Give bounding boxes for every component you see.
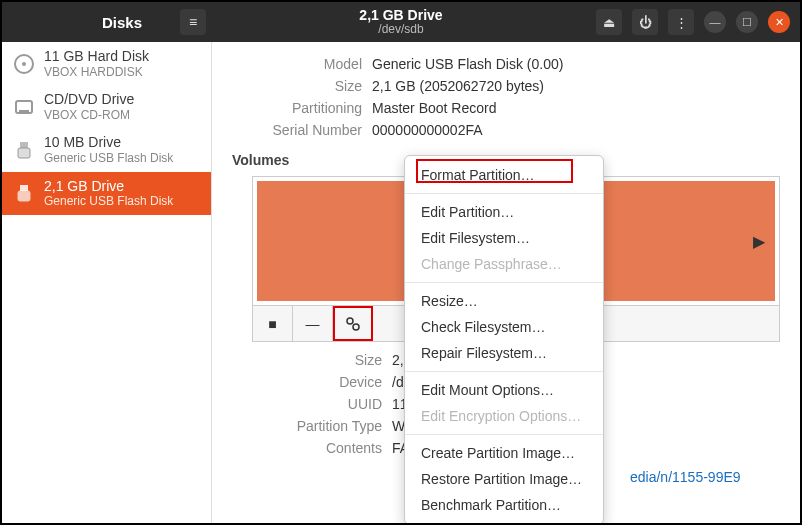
app-name: Disks (102, 14, 142, 31)
menu-benchmark-partition[interactable]: Benchmark Partition… (405, 492, 603, 518)
menu-edit-filesystem[interactable]: Edit Filesystem… (405, 225, 603, 251)
sidebar-drive-usb-small[interactable]: 10 MB Drive Generic USB Flash Disk (2, 128, 211, 171)
label: UUID (252, 396, 382, 412)
kebab-icon: ⋮ (675, 15, 688, 30)
svg-rect-3 (19, 110, 29, 112)
gear-icon (344, 315, 362, 333)
titlebar: Disks ≡ 2,1 GB Drive /dev/sdb ⏏ ⏻ ⋮ — ☐ … (2, 2, 800, 42)
power-button[interactable]: ⏻ (632, 9, 658, 35)
mount-path-link[interactable]: edia/n/1155-99E9 (630, 469, 741, 485)
sidebar-drive-hdd[interactable]: 11 GB Hard Disk VBOX HARDDISK (2, 42, 211, 85)
label: Device (252, 374, 382, 390)
menu-change-passphrase: Change Passphrase… (405, 251, 603, 277)
drive-name: 10 MB Drive (44, 134, 173, 151)
label: Partition Type (252, 418, 382, 434)
drive-name: 2,1 GB Drive (44, 178, 173, 195)
title-right-controls: ⏏ ⏻ ⋮ — ☐ ✕ (596, 9, 790, 35)
sidebar: 11 GB Hard Disk VBOX HARDDISK CD/DVD Dri… (2, 42, 212, 523)
menu-edit-partition[interactable]: Edit Partition… (405, 199, 603, 225)
drive-path: /dev/sdb (359, 23, 442, 36)
kebab-button[interactable]: ⋮ (668, 9, 694, 35)
power-icon: ⏻ (639, 15, 652, 30)
row-size: Size 2,1 GB (2052062720 bytes) (232, 78, 780, 94)
svg-point-1 (22, 62, 26, 66)
minimize-icon: — (710, 16, 721, 28)
menu-restore-partition-image[interactable]: Restore Partition Image… (405, 466, 603, 492)
value: 000000000002FA (372, 122, 483, 138)
minus-icon: — (306, 316, 320, 332)
close-button[interactable]: ✕ (768, 11, 790, 33)
hamburger-button[interactable]: ≡ (180, 9, 206, 35)
partition-menu: Format Partition… Edit Partition… Edit F… (404, 155, 604, 525)
usb-icon (12, 181, 36, 205)
menu-repair-filesystem[interactable]: Repair Filesystem… (405, 340, 603, 366)
label: Model (232, 56, 362, 72)
row-model: Model Generic USB Flash Disk (0.00) (232, 56, 780, 72)
label: Partitioning (232, 100, 362, 116)
menu-separator (405, 434, 603, 435)
usb-icon (12, 138, 36, 162)
svg-rect-6 (20, 185, 28, 191)
drive-sub: Generic USB Flash Disk (44, 194, 173, 208)
drive-sub: VBOX HARDDISK (44, 65, 149, 79)
drive-name: 11 GB Hard Disk (44, 48, 149, 65)
label: Serial Number (232, 122, 362, 138)
row-partitioning: Partitioning Master Boot Record (232, 100, 780, 116)
menu-format-partition[interactable]: Format Partition… (405, 162, 603, 188)
svg-point-8 (347, 318, 353, 324)
drive-title: 2,1 GB Drive (359, 8, 442, 23)
label: Size (252, 352, 382, 368)
drive-sub: VBOX CD-ROM (44, 108, 134, 122)
menu-edit-mount-options[interactable]: Edit Mount Options… (405, 377, 603, 403)
svg-rect-4 (20, 142, 28, 148)
svg-rect-5 (18, 148, 30, 158)
stop-icon: ■ (268, 316, 276, 332)
label: Contents (252, 440, 382, 456)
value: 2,1 GB (2052062720 bytes) (372, 78, 544, 94)
value: Generic USB Flash Disk (0.00) (372, 56, 563, 72)
menu-edit-encryption-options: Edit Encryption Options… (405, 403, 603, 429)
close-icon: ✕ (775, 16, 784, 29)
sidebar-drive-usb-selected[interactable]: 2,1 GB Drive Generic USB Flash Disk (2, 172, 211, 215)
menu-resize[interactable]: Resize… (405, 288, 603, 314)
svg-rect-7 (18, 191, 30, 201)
play-icon[interactable]: ▶ (753, 232, 765, 251)
menu-separator (405, 282, 603, 283)
cd-icon (12, 95, 36, 119)
row-serial: Serial Number 000000000002FA (232, 122, 780, 138)
content: 11 GB Hard Disk VBOX HARDDISK CD/DVD Dri… (2, 42, 800, 523)
label: Size (232, 78, 362, 94)
menu-create-partition-image[interactable]: Create Partition Image… (405, 440, 603, 466)
maximize-icon: ☐ (742, 16, 752, 29)
title-center: 2,1 GB Drive /dev/sdb (359, 8, 442, 37)
hamburger-icon: ≡ (189, 14, 197, 30)
eject-icon: ⏏ (603, 15, 615, 30)
menu-separator (405, 371, 603, 372)
sidebar-drive-cd[interactable]: CD/DVD Drive VBOX CD-ROM (2, 85, 211, 128)
svg-point-9 (353, 324, 359, 330)
menu-check-filesystem[interactable]: Check Filesystem… (405, 314, 603, 340)
drive-sub: Generic USB Flash Disk (44, 151, 173, 165)
drive-name: CD/DVD Drive (44, 91, 134, 108)
menu-separator (405, 193, 603, 194)
value: Master Boot Record (372, 100, 497, 116)
maximize-button[interactable]: ☐ (736, 11, 758, 33)
hdd-icon (12, 52, 36, 76)
eject-button[interactable]: ⏏ (596, 9, 622, 35)
gear-button[interactable] (333, 306, 373, 341)
minimize-button[interactable]: — (704, 11, 726, 33)
minus-button[interactable]: — (293, 306, 333, 341)
stop-button[interactable]: ■ (253, 306, 293, 341)
